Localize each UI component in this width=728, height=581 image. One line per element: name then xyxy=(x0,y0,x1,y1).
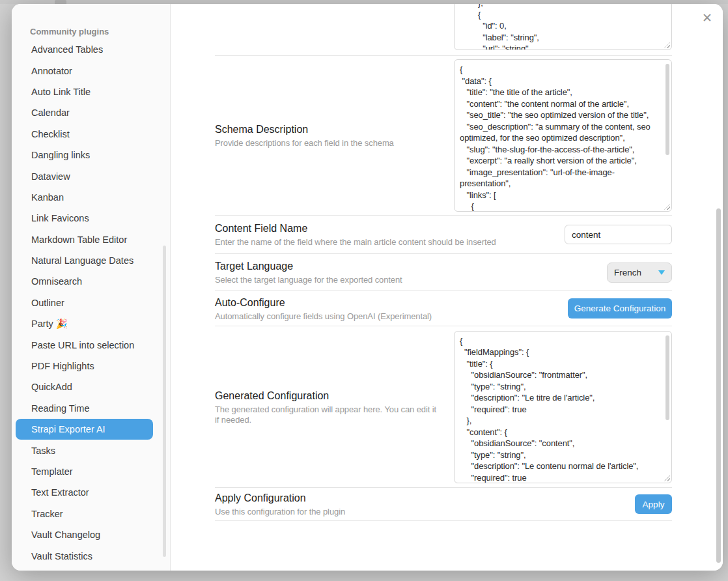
settings-sidebar: Community plugins Advanced Tables Annota… xyxy=(12,4,171,571)
sidebar-item-outliner[interactable]: Outliner xyxy=(12,292,170,313)
schema-description-textarea[interactable]: { "data": { "title": "the title of the a… xyxy=(454,59,672,212)
sidebar-item-vault-statistics[interactable]: Vault Statistics xyxy=(12,545,170,566)
auto-configure-title: Auto-Configure xyxy=(215,296,552,309)
sidebar-heading-community-plugins: Community plugins xyxy=(12,23,170,39)
setting-row-schema-description: Schema Description Provide descriptions … xyxy=(215,55,672,215)
textarea-scrollbar[interactable] xyxy=(665,64,669,155)
settings-pane: ✕ }, { "id": 0, "label": "string", "url"… xyxy=(171,4,723,571)
apply-configuration-title: Apply Configuration xyxy=(215,491,619,505)
setting-row-generated-configuration: Generated Configuration The generated co… xyxy=(215,326,672,487)
json-template-text: }, { "id": 0, "label": "string", "url": … xyxy=(455,4,671,50)
apply-configuration-desc: Use this configuration for the plugin xyxy=(215,507,619,517)
sidebar-item-paste-url-into-selection[interactable]: Paste URL into selection xyxy=(12,334,170,355)
sidebar-item-checklist[interactable]: Checklist xyxy=(12,124,170,145)
sidebar-item-tracker[interactable]: Tracker xyxy=(12,503,170,524)
setting-row-target-language: Target Language Select the target langua… xyxy=(215,253,672,290)
generated-configuration-text: { "fieldMappings": { "title": { "obsidia… xyxy=(455,332,671,483)
target-language-desc: Select the target language for the expor… xyxy=(215,275,591,285)
sidebar-item-party[interactable]: Party 🎉 xyxy=(12,313,170,334)
generated-configuration-textarea[interactable]: { "fieldMappings": { "title": { "obsidia… xyxy=(454,331,672,483)
screen: Community plugins Advanced Tables Annota… xyxy=(0,0,728,581)
setting-row-content-field-name: Content Field Name Enter the name of the… xyxy=(215,215,672,253)
sidebar-item-kanban[interactable]: Kanban xyxy=(12,187,170,208)
content-field-name-input[interactable] xyxy=(565,225,672,244)
schema-description-text: { "data": { "title": "the title of the a… xyxy=(455,60,671,212)
settings-content: }, { "id": 0, "label": "string", "url": … xyxy=(215,4,672,521)
auto-configure-desc: Automatically configure fields using Ope… xyxy=(215,311,552,322)
schema-description-desc: Provide descriptions for each field in t… xyxy=(215,138,438,149)
setting-row-apply-configuration: Apply Configuration Use this configurati… xyxy=(215,487,672,521)
sidebar-item-calendar[interactable]: Calendar xyxy=(12,102,170,123)
settings-modal: Community plugins Advanced Tables Annota… xyxy=(12,4,723,571)
sidebar-item-natural-language-dates[interactable]: Natural Language Dates xyxy=(12,250,170,271)
sidebar-item-markdown-table-editor[interactable]: Markdown Table Editor xyxy=(12,229,170,250)
chevron-down-icon xyxy=(658,270,665,275)
sidebar-item-auto-link-title[interactable]: Auto Link Title xyxy=(12,81,170,102)
schema-description-title: Schema Description xyxy=(215,122,438,136)
content-field-name-title: Content Field Name xyxy=(215,221,549,235)
generated-configuration-title: Generated Configuration xyxy=(215,389,438,403)
sidebar-item-dataview[interactable]: Dataview xyxy=(12,165,170,186)
json-template-textarea[interactable]: }, { "id": 0, "label": "string", "url": … xyxy=(454,4,672,50)
target-language-title: Target Language xyxy=(215,259,591,273)
sidebar-item-reading-time[interactable]: Reading Time xyxy=(12,398,170,419)
sidebar-item-quickadd[interactable]: QuickAdd xyxy=(12,376,170,397)
sidebar-item-link-favicons[interactable]: Link Favicons xyxy=(12,208,170,229)
sidebar-item-tasks[interactable]: Tasks xyxy=(12,440,170,461)
sidebar-item-omnisearch[interactable]: Omnisearch xyxy=(12,271,170,292)
setting-row-json-template: }, { "id": 0, "label": "string", "url": … xyxy=(215,4,672,55)
settings-scrollbar[interactable] xyxy=(716,208,721,563)
sidebar-item-vault-changelog[interactable]: Vault Changelog xyxy=(12,524,170,545)
content-field-name-desc: Enter the name of the field where the ma… xyxy=(215,237,549,248)
apply-button[interactable]: Apply xyxy=(635,494,672,514)
sidebar-item-strapi-exporter-ai[interactable]: Strapi Exporter AI xyxy=(16,419,153,440)
sidebar-item-pdf-highlights[interactable]: PDF Highlights xyxy=(12,356,170,376)
textarea-scrollbar[interactable] xyxy=(665,335,669,420)
target-language-value: French xyxy=(614,268,641,277)
generate-configuration-button[interactable]: Generate Configuration xyxy=(568,298,672,319)
sidebar-item-text-extractor[interactable]: Text Extractor xyxy=(12,482,170,503)
target-language-select[interactable]: French xyxy=(607,262,672,283)
setting-row-auto-configure: Auto-Configure Automatically configure f… xyxy=(215,290,672,326)
close-icon[interactable]: ✕ xyxy=(702,12,712,24)
sidebar-scrollbar[interactable] xyxy=(163,246,166,557)
sidebar-item-advanced-tables[interactable]: Advanced Tables xyxy=(12,39,170,60)
sidebar-item-dangling-links[interactable]: Dangling links xyxy=(12,145,170,165)
sidebar-item-templater[interactable]: Templater xyxy=(12,461,170,482)
generated-configuration-desc: The generated configuration will appear … xyxy=(215,404,438,425)
sidebar-item-annotator[interactable]: Annotator xyxy=(12,60,170,81)
